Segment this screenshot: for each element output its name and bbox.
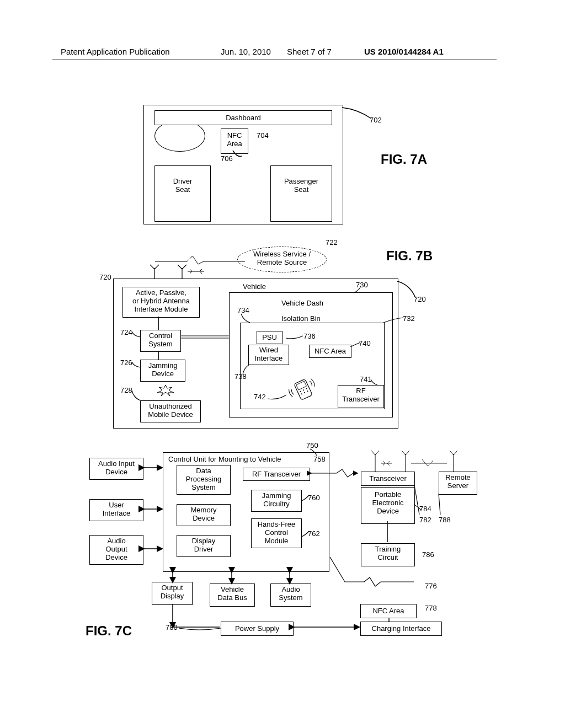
phone-icon [287,375,320,403]
control-system: Control System [140,330,181,352]
header-sheet: Sheet 7 of 7 [287,47,332,56]
iso-label: Isolation Bin [281,314,321,323]
leader-736 [285,335,304,340]
leader-734 [240,313,251,324]
header-date: Jun. 10, 2010 [221,47,271,56]
ref-720a: 720 [99,273,111,281]
conn-ctl-dash [181,335,231,340]
leader-726 [131,361,142,369]
leader-702 [341,106,374,120]
conn-ant-ctl [158,317,159,330]
leader-740 [349,341,361,348]
leader-732 [382,317,404,323]
fig7c-connectors [83,449,480,643]
ref-704: 704 [257,131,269,140]
ref-706: 706 [221,154,233,163]
wired-iface: Wired Interface [248,345,289,365]
unauth-mobile: Unauthorized Mobile Device [140,400,201,422]
wireless-cloud: Wireless Service / Remote Source [237,247,327,272]
header-rule [52,60,497,60]
conn-ctl-jam [158,351,159,360]
leader-741 [370,378,380,387]
vehicle-dash-label: Vehicle Dash [281,299,323,307]
leader-728 [131,389,142,402]
jamming-device: Jamming Device [140,360,185,382]
leader-720 [396,280,418,299]
zigzag-link [154,250,248,267]
ref-736: 736 [303,332,316,340]
rf-transceiver-7b: RF Transceiver [338,385,384,408]
header-pubno: US 2010/0144284 A1 [364,47,444,56]
antenna-module: Active, Passive, or Hybrid Antenna Inter… [122,287,200,318]
dashboard-box: Dashboard [154,110,332,125]
fig7a-title: FIG. 7A [381,152,427,167]
leader-742 [266,393,287,402]
leader-706 [232,149,243,159]
psu-box: PSU [257,331,282,344]
ref-732: 732 [403,314,415,323]
ref-742: 742 [254,393,266,401]
fig7b-nfc: NFC Area [309,345,351,358]
leader-730 [352,286,362,295]
leader-738 [242,363,252,376]
fig7b-title: FIG. 7B [386,248,433,264]
leader-724 [131,330,142,339]
driver-seat: Driver Seat [154,165,211,222]
header-pub: Patent Application Publication [61,47,170,56]
vehicle-label: Vehicle [243,282,266,291]
passenger-seat: Passenger Seat [270,165,332,222]
burst-icon [154,384,177,396]
ref-722: 722 [326,238,338,247]
